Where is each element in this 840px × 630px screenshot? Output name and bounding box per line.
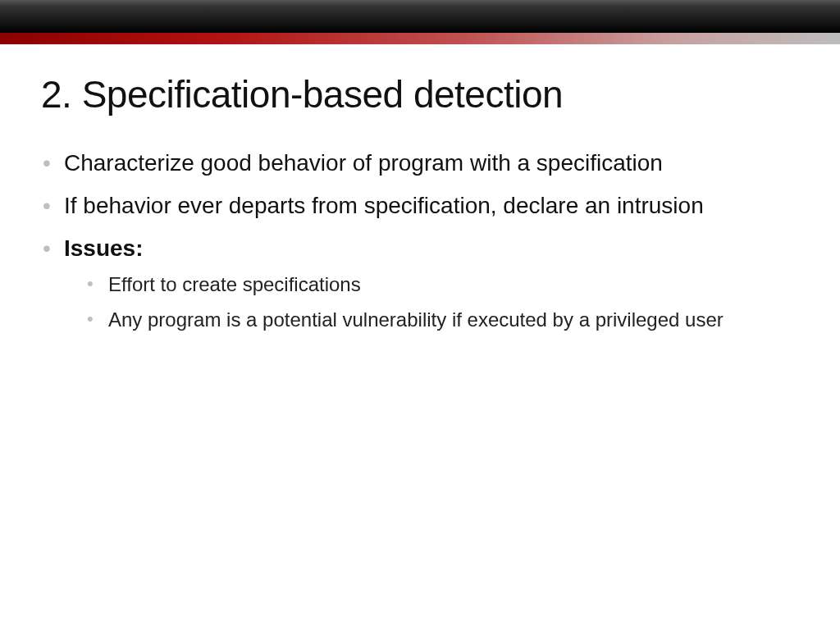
sub-bullet-item: Effort to create specifications xyxy=(87,272,799,298)
bullet-item: Issues: Effort to create specifications … xyxy=(41,233,799,334)
slide-header-dark xyxy=(0,0,840,33)
slide-body: 2. Specification-based detection Charact… xyxy=(0,44,840,333)
sub-bullet-list: Effort to create specifications Any prog… xyxy=(64,272,799,333)
bullet-list: Characterize good behavior of program wi… xyxy=(41,148,799,333)
slide-header-red xyxy=(0,33,840,44)
bullet-item: If behavior ever departs from specificat… xyxy=(41,190,799,221)
bullet-label: Issues: xyxy=(64,235,144,261)
slide-title: 2. Specification-based detection xyxy=(41,72,799,116)
sub-bullet-item: Any program is a potential vulnerability… xyxy=(87,307,799,333)
bullet-item: Characterize good behavior of program wi… xyxy=(41,148,799,179)
